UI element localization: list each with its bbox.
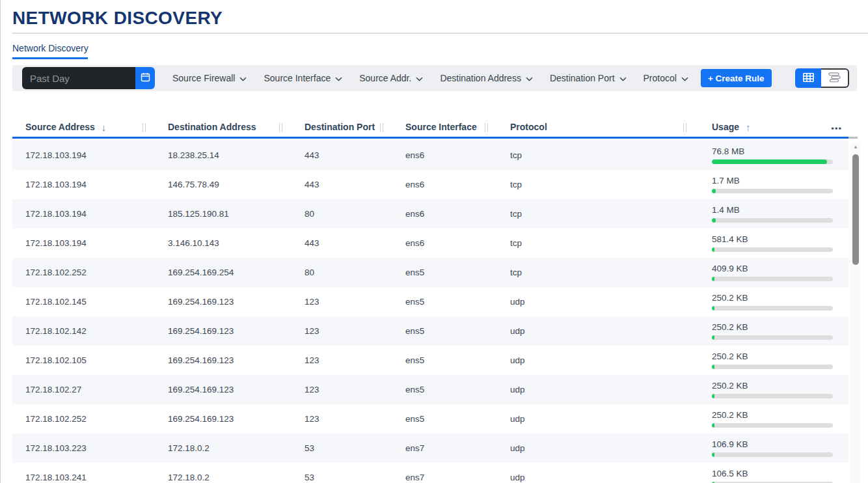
tab-network-discovery[interactable]: Network Discovery bbox=[12, 43, 88, 53]
sort-descending-icon[interactable]: ↓ bbox=[102, 122, 107, 133]
table-row[interactable]: 172.18.102.252 169.254.169.123 123 ens5 … bbox=[12, 404, 848, 434]
cell-source-address: 172.18.103.194 bbox=[12, 180, 155, 189]
usage-value: 106.5 KB bbox=[712, 469, 848, 478]
column-resize-handle[interactable] bbox=[485, 123, 488, 132]
cell-source-address: 172.18.102.145 bbox=[12, 297, 155, 307]
column-resize-handle[interactable] bbox=[380, 123, 383, 132]
cell-source-address: 172.18.102.252 bbox=[12, 268, 155, 277]
cell-usage: 76.8 MB bbox=[699, 146, 848, 164]
filter-toolbar: Source Firewall Source Interface Source … bbox=[12, 65, 857, 91]
table-body: 172.18.103.194 18.238.25.14 443 ens6 tcp… bbox=[12, 141, 848, 483]
chevron-down-icon bbox=[526, 73, 533, 83]
filter-source-interface[interactable]: Source Interface bbox=[264, 73, 342, 83]
column-resize-handle[interactable] bbox=[683, 123, 686, 132]
cell-destination-port: 53 bbox=[292, 443, 392, 453]
cell-protocol: udp bbox=[497, 473, 699, 482]
table-row[interactable]: 172.18.102.252 169.254.169.254 80 ens5 t… bbox=[12, 258, 848, 287]
page-title: NETWORK DISCOVERY bbox=[12, 8, 223, 29]
scrollbar-thumb[interactable] bbox=[852, 154, 859, 265]
column-resize-handle[interactable] bbox=[142, 123, 146, 132]
column-header-protocol[interactable]: Protocol bbox=[497, 122, 699, 132]
cell-source-interface: ens5 bbox=[392, 326, 497, 336]
cell-usage: 1.7 MB bbox=[699, 176, 848, 193]
filter-protocol[interactable]: Protocol bbox=[644, 73, 688, 83]
cell-source-interface: ens5 bbox=[392, 297, 497, 307]
filter-source-firewall[interactable]: Source Firewall bbox=[172, 73, 247, 83]
table-row[interactable]: 172.18.102.145 169.254.169.123 123 ens5 … bbox=[12, 287, 848, 316]
grid-icon bbox=[803, 73, 814, 84]
cell-source-address: 172.18.102.105 bbox=[12, 355, 155, 365]
usage-value: 106.9 KB bbox=[712, 439, 848, 449]
cell-protocol: tcp bbox=[497, 150, 699, 160]
tab-active-underline bbox=[12, 57, 88, 59]
cell-usage: 106.5 KB bbox=[699, 469, 848, 483]
cell-source-address: 172.18.102.27 bbox=[12, 385, 155, 394]
usage-bar bbox=[712, 189, 833, 193]
cell-usage: 250.2 KB bbox=[699, 322, 848, 340]
vertical-scrollbar[interactable]: ▲ bbox=[850, 142, 861, 483]
cell-destination-address: 169.254.169.123 bbox=[155, 297, 292, 307]
usage-value: 250.2 KB bbox=[712, 322, 848, 332]
cell-source-interface: ens6 bbox=[392, 209, 497, 219]
column-header-usage[interactable]: Usage ↑ bbox=[699, 122, 848, 133]
column-header-source-interface[interactable]: Source Interface bbox=[392, 122, 497, 132]
table-row[interactable]: 172.18.103.194 146.75.78.49 443 ens6 tcp… bbox=[12, 170, 848, 199]
table-row[interactable]: 172.18.103.194 3.146.10.143 443 ens6 tcp… bbox=[12, 228, 848, 258]
flow-view-button[interactable] bbox=[821, 68, 849, 88]
column-header-source-address[interactable]: Source Address ↓ bbox=[12, 122, 155, 133]
cell-source-interface: ens6 bbox=[392, 238, 497, 248]
chevron-down-icon bbox=[239, 73, 247, 83]
cell-destination-address: 169.254.169.254 bbox=[155, 268, 292, 277]
view-toggle bbox=[795, 68, 849, 88]
cell-source-interface: ens6 bbox=[392, 150, 497, 160]
cell-protocol: udp bbox=[497, 414, 699, 424]
header-border-gray-segment bbox=[848, 137, 858, 139]
cell-usage: 409.9 KB bbox=[699, 264, 848, 281]
cell-source-address: 172.18.103.194 bbox=[12, 209, 155, 219]
cell-destination-port: 80 bbox=[292, 209, 392, 219]
cell-usage: 250.2 KB bbox=[699, 410, 848, 428]
table-row[interactable]: 172.18.103.194 185.125.190.81 80 ens6 tc… bbox=[12, 199, 848, 228]
cell-protocol: tcp bbox=[497, 268, 699, 277]
cell-source-address: 172.18.102.142 bbox=[12, 326, 155, 336]
table-view-button[interactable] bbox=[795, 68, 821, 88]
filter-destination-address[interactable]: Destination Address bbox=[440, 73, 533, 83]
cell-source-interface: ens6 bbox=[392, 180, 497, 189]
more-options-icon[interactable]: ••• bbox=[831, 124, 842, 133]
scroll-up-icon[interactable]: ▲ bbox=[850, 144, 861, 150]
usage-bar bbox=[712, 218, 833, 223]
sort-ascending-icon[interactable]: ↑ bbox=[746, 122, 751, 133]
usage-value: 409.9 KB bbox=[712, 264, 848, 273]
usage-value: 76.8 MB bbox=[712, 146, 848, 156]
table-row[interactable]: 172.18.102.27 169.254.169.123 123 ens5 u… bbox=[12, 375, 848, 404]
cell-source-address: 172.18.103.241 bbox=[12, 473, 155, 482]
cell-destination-port: 123 bbox=[292, 326, 392, 336]
usage-value: 1.7 MB bbox=[712, 176, 848, 186]
table-row[interactable]: 172.18.103.223 172.18.0.2 53 ens7 udp 10… bbox=[12, 434, 848, 463]
calendar-button[interactable] bbox=[135, 67, 155, 89]
usage-bar bbox=[712, 247, 833, 252]
column-header-destination-port[interactable]: Destination Port bbox=[292, 122, 392, 132]
cell-destination-address: 169.254.169.123 bbox=[155, 326, 292, 336]
cell-source-interface: ens7 bbox=[392, 473, 497, 482]
date-range-control bbox=[22, 67, 155, 89]
usage-bar bbox=[712, 306, 833, 310]
table-row[interactable]: 172.18.102.142 169.254.169.123 123 ens5 … bbox=[12, 316, 848, 346]
table-row[interactable]: 172.18.103.194 18.238.25.14 443 ens6 tcp… bbox=[12, 141, 848, 170]
filter-source-addr[interactable]: Source Addr. bbox=[359, 73, 423, 83]
column-header-destination-address[interactable]: Destination Address bbox=[155, 122, 292, 132]
cell-destination-address: 169.254.169.123 bbox=[155, 385, 292, 394]
cell-destination-address: 172.18.0.2 bbox=[155, 443, 292, 453]
cell-destination-port: 53 bbox=[292, 473, 392, 482]
cell-destination-address: 185.125.190.81 bbox=[155, 209, 292, 219]
date-range-input[interactable] bbox=[22, 67, 135, 89]
usage-bar bbox=[712, 452, 833, 457]
filter-destination-port[interactable]: Destination Port bbox=[550, 73, 627, 83]
create-rule-button[interactable]: + Create Rule bbox=[701, 69, 772, 87]
cell-source-interface: ens5 bbox=[392, 268, 497, 277]
cell-protocol: tcp bbox=[497, 209, 699, 219]
table-row[interactable]: 172.18.102.105 169.254.169.123 123 ens5 … bbox=[12, 346, 848, 375]
table-row[interactable]: 172.18.103.241 172.18.0.2 53 ens7 udp 10… bbox=[12, 463, 848, 483]
cell-protocol: udp bbox=[497, 297, 699, 307]
column-resize-handle[interactable] bbox=[279, 123, 282, 132]
